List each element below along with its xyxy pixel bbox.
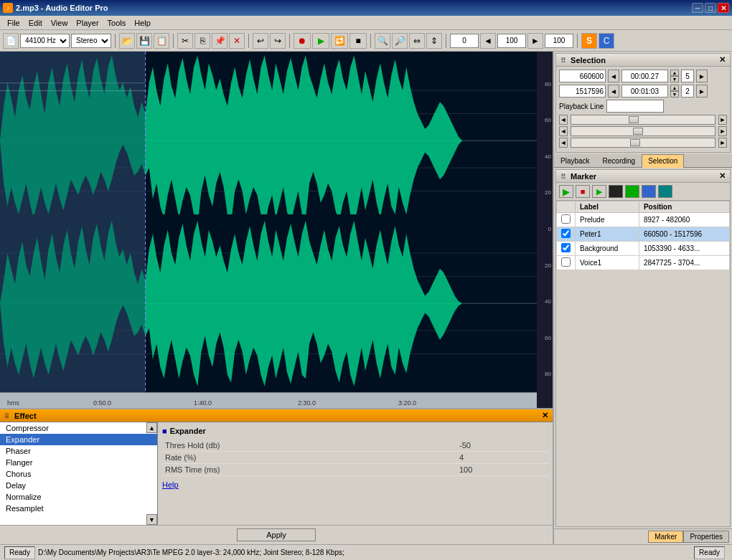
effect-delay[interactable]: Delay (0, 480, 157, 491)
menu-file[interactable]: File (3, 17, 24, 29)
effect-compressor[interactable]: Compressor (0, 422, 157, 434)
slider3-thumb[interactable] (630, 139, 640, 146)
menu-view[interactable]: View (47, 17, 72, 29)
slider1-thumb[interactable] (629, 116, 639, 123)
effect-panel-close[interactable]: ✕ (542, 411, 548, 420)
marker-check-voice1[interactable] (561, 257, 571, 267)
bottom-tab-marker[interactable]: Marker (648, 531, 683, 543)
maximize-button[interactable]: □ (705, 3, 716, 13)
undo-btn[interactable]: ↩ (253, 33, 268, 49)
sample-rate-select[interactable]: 44100 Hz (20, 34, 70, 48)
effect-chorus[interactable]: Chorus (0, 468, 157, 480)
effect-normalize[interactable]: Normalize (0, 491, 157, 503)
selection-start-samples[interactable] (559, 70, 606, 82)
slider2-track[interactable] (571, 126, 715, 136)
slider1-track[interactable] (571, 115, 715, 125)
marker-blue-sq[interactable]: ■ (642, 185, 656, 198)
slider1-right[interactable]: ► (718, 115, 727, 125)
param-label-1: Thres Hold (db) (162, 440, 456, 452)
effect-resamplet[interactable]: Resamplet (0, 503, 157, 514)
slider3-left[interactable]: ◄ (559, 138, 568, 148)
slider1-left[interactable]: ◄ (559, 115, 568, 125)
channels-select[interactable]: Stereo (71, 34, 111, 48)
selection-start-small[interactable] (681, 70, 694, 82)
zoom4-btn[interactable]: ⇕ (426, 33, 442, 49)
loop-btn[interactable]: 🔁 (331, 33, 348, 49)
selection-end-time[interactable] (621, 85, 668, 98)
marker-check-peter1[interactable] (561, 229, 571, 238)
num-arrow2[interactable]: ► (527, 33, 543, 49)
selection-start-arrow-right[interactable]: ► (696, 70, 708, 82)
menu-player[interactable]: Player (72, 17, 103, 29)
playback-line-input[interactable] (606, 100, 664, 113)
save-btn[interactable]: 💾 (136, 33, 152, 49)
selection-start-spin-down[interactable]: ▼ (670, 76, 679, 82)
menu-edit[interactable]: Edit (24, 17, 47, 29)
selection-end-small[interactable] (681, 85, 694, 98)
marker-panel-close[interactable]: ✕ (719, 171, 726, 181)
marker-row-peter1[interactable]: Peter1 660500 - 1517596 (557, 227, 730, 242)
marker-stop[interactable]: ■ (609, 185, 623, 198)
selection-end-arrow-right[interactable]: ► (696, 85, 708, 98)
selection-start-arrow-left[interactable]: ◄ (608, 70, 619, 82)
selection-end-samples[interactable] (559, 85, 606, 98)
delete-btn[interactable]: ✕ (229, 33, 245, 49)
paste-btn[interactable]: 📌 (212, 33, 227, 49)
zoom3-btn[interactable]: ⇔ (409, 33, 425, 49)
selection-start-spin-up[interactable]: ▲ (670, 70, 679, 76)
new-btn[interactable]: 📄 (3, 33, 19, 49)
close-button[interactable]: ✕ (718, 3, 729, 13)
selection-end-arrow-left[interactable]: ◄ (608, 85, 619, 98)
zoom-out-btn[interactable]: 🔎 (392, 33, 408, 49)
num-arrow[interactable]: ◄ (480, 33, 496, 49)
slider2-right[interactable]: ► (718, 126, 727, 136)
effect-flanger[interactable]: Flanger (0, 457, 157, 468)
settings-btn[interactable]: S (581, 33, 597, 49)
marker-check-prelude[interactable] (561, 214, 571, 224)
selection-end-spin-up[interactable]: ▲ (670, 85, 679, 91)
minimize-button[interactable]: ─ (692, 3, 703, 13)
tab-selection[interactable]: Selection (642, 154, 684, 168)
redo-btn[interactable]: ↪ (270, 33, 286, 49)
tab-recording[interactable]: Recording (596, 154, 642, 167)
effect-expander[interactable]: Expander (0, 434, 157, 445)
menu-help[interactable]: Help (130, 17, 155, 29)
marker-add-green[interactable]: ▶ (559, 185, 573, 198)
marker-label-peter1: Peter1 (576, 227, 639, 242)
selection-end-spin-down[interactable]: ▼ (670, 91, 679, 98)
selection-start-time[interactable] (621, 70, 668, 82)
effect-list-scroll-up[interactable]: ▲ (146, 422, 157, 433)
marker-green-sq[interactable]: ■ (625, 185, 639, 198)
bottom-tab-properties[interactable]: Properties (683, 531, 729, 543)
slider2-thumb[interactable] (633, 128, 643, 135)
marker-row-background[interactable]: Background 1053390 - 4633... (557, 242, 730, 256)
play-btn[interactable]: ▶ (312, 33, 329, 49)
marker-row-voice1[interactable]: Voice1 2847725 - 3704... (557, 256, 730, 270)
open-btn[interactable]: 📂 (119, 33, 135, 49)
marker-check-background[interactable] (561, 243, 571, 252)
copy-btn[interactable]: ⎘ (194, 33, 210, 49)
save2-btn[interactable]: 📋 (154, 33, 169, 49)
menu-tools[interactable]: Tools (103, 17, 131, 29)
apply-button[interactable]: Apply (237, 528, 316, 541)
marker-play[interactable]: ▶ (592, 185, 606, 198)
tab-playback[interactable]: Playback (554, 154, 596, 167)
effect-help-link[interactable]: Help (162, 480, 179, 489)
marker-teal-sq[interactable]: ■ (658, 185, 672, 198)
waveform-area[interactable]: 806040200 20406080 norm (0, 52, 553, 408)
effect-phaser[interactable]: Phaser (0, 445, 157, 457)
slider2-left[interactable]: ◄ (559, 126, 568, 136)
slider3-right[interactable]: ► (718, 138, 727, 148)
marker-row-prelude[interactable]: Prelude 8927 - 482060 (557, 213, 730, 227)
cut-btn[interactable]: ✂ (177, 33, 193, 49)
marker-remove-red[interactable]: ■ (576, 185, 590, 198)
marker-label-voice1: Voice1 (576, 256, 639, 270)
record-btn[interactable]: ⏺ (294, 33, 311, 49)
menu-bar: File Edit View Player Tools Help (0, 16, 732, 30)
config-btn[interactable]: C (599, 33, 614, 49)
zoom-in-btn[interactable]: 🔍 (375, 33, 390, 49)
effect-list-scroll-down[interactable]: ▼ (146, 514, 157, 525)
selection-panel-close[interactable]: ✕ (719, 55, 726, 65)
stop-btn[interactable]: ■ (349, 33, 367, 49)
slider3-track[interactable] (571, 138, 715, 148)
